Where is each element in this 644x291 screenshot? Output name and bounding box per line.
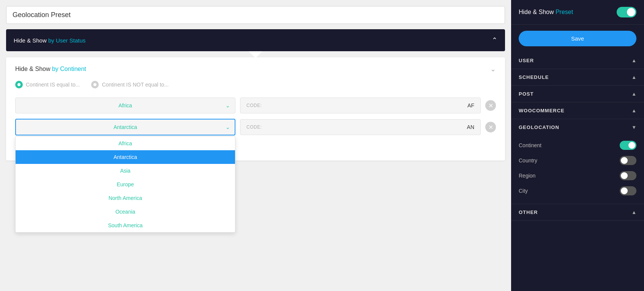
- geo-city-label: City: [519, 188, 528, 194]
- sidebar-section-schedule-header[interactable]: SCHEDULE ▲: [511, 69, 644, 85]
- continent-highlight: by Continent: [52, 66, 86, 72]
- remove-btn-1[interactable]: ✕: [485, 100, 496, 111]
- sidebar-title: Hide & Show Preset: [519, 9, 573, 16]
- other-section-label: OTHER: [519, 209, 538, 215]
- code-label-2: CODE:: [246, 124, 262, 130]
- geo-items: Continent Country Region: [511, 135, 644, 204]
- code-value-1: AF: [267, 102, 474, 109]
- dropdown-item-europe[interactable]: Europe: [16, 178, 235, 191]
- radio-is-not-dot: [91, 81, 99, 88]
- woocommerce-section-label: WOOCOMMERCE: [519, 108, 565, 113]
- sidebar-section-other: OTHER ▲: [511, 204, 644, 221]
- code-display-1: CODE: AF: [240, 98, 481, 113]
- user-status-bar[interactable]: Hide & Show by User Status ⌃: [6, 29, 505, 51]
- geo-item-city: City: [519, 183, 636, 198]
- continent-select-wrapper-2: Africa Antarctica Asia Europe North Amer…: [15, 119, 235, 135]
- user-status-highlight: by User Status: [48, 37, 85, 44]
- sidebar-section-post: POST ▲: [511, 86, 644, 102]
- geo-region-thumb: [621, 172, 628, 179]
- schedule-section-label: SCHEDULE: [519, 74, 549, 80]
- dropdown-item-oceania[interactable]: Oceania: [16, 205, 235, 219]
- continent-header: Hide & Show by Continent ⌄: [15, 65, 496, 73]
- geo-item-continent: Continent: [519, 138, 636, 153]
- sidebar-section-woocommerce-header[interactable]: WOOCOMMERCE ▲: [511, 102, 644, 119]
- sidebar-section-schedule: SCHEDULE ▲: [511, 69, 644, 86]
- geo-item-country: Country: [519, 153, 636, 168]
- continent-chevron-icon[interactable]: ⌄: [490, 65, 496, 73]
- radio-is-not-equal[interactable]: Continent IS NOT equal to...: [91, 81, 169, 88]
- preset-toggle[interactable]: [617, 7, 636, 17]
- geolocation-section-label: GEOLOCATION: [519, 124, 559, 130]
- geo-country-label: Country: [519, 157, 537, 164]
- preset-toggle-thumb: [627, 8, 635, 16]
- user-section-label: USER: [519, 58, 534, 63]
- continent-section: Hide & Show by Continent ⌄ Continent IS …: [6, 57, 505, 160]
- sidebar-section-user-header[interactable]: USER ▲: [511, 52, 644, 69]
- geo-city-thumb: [621, 187, 628, 194]
- sidebar-section-geolocation: GEOLOCATION ▼ Continent Country: [511, 119, 644, 204]
- sidebar-section-other-header[interactable]: OTHER ▲: [511, 204, 644, 220]
- dropdown-item-antarctica[interactable]: Antarctica: [16, 150, 235, 164]
- post-chevron-icon: ▲: [631, 91, 636, 97]
- sidebar-header: Hide & Show Preset: [511, 0, 644, 25]
- geo-continent-label: Continent: [519, 142, 541, 148]
- save-button[interactable]: Save: [519, 31, 636, 46]
- sidebar-section-post-header[interactable]: POST ▲: [511, 86, 644, 102]
- geo-country-toggle[interactable]: [620, 156, 636, 165]
- main-content: Hide & Show by User Status ⌃ Hide & Show…: [0, 0, 511, 291]
- section-pointer: [249, 51, 262, 58]
- other-chevron-icon: ▲: [631, 209, 636, 215]
- continent-row-2: Africa Antarctica Asia Europe North Amer…: [15, 119, 496, 135]
- geo-continent-thumb: [628, 142, 635, 149]
- geolocation-chevron-icon: ▼: [631, 124, 636, 130]
- continent-select-1[interactable]: Africa Antarctica Asia Europe North Amer…: [15, 98, 235, 113]
- continent-row-1: Africa Antarctica Asia Europe North Amer…: [15, 98, 496, 113]
- code-display-2: CODE: AN: [240, 119, 481, 135]
- geo-country-thumb: [621, 157, 628, 164]
- dropdown-item-asia[interactable]: Asia: [16, 164, 235, 178]
- woocommerce-chevron-icon: ▲: [631, 108, 636, 113]
- dropdown-item-africa[interactable]: Africa: [16, 137, 235, 150]
- radio-is-dot: [15, 81, 23, 88]
- continent-dropdown-list: Africa Antarctica Asia Europe North Amer…: [15, 136, 235, 233]
- continent-title: Hide & Show by Continent: [15, 66, 86, 72]
- user-status-chevron-icon: ⌃: [492, 36, 497, 44]
- dropdown-item-north-america[interactable]: North America: [16, 191, 235, 205]
- sidebar-title-highlight: Preset: [556, 9, 573, 15]
- right-sidebar: Hide & Show Preset Save USER ▲ SCHEDULE …: [511, 0, 644, 291]
- user-status-label: Hide & Show by User Status: [14, 37, 85, 44]
- radio-is-equal[interactable]: Continent IS equal to...: [15, 81, 80, 88]
- continent-select-2[interactable]: Africa Antarctica Asia Europe North Amer…: [15, 119, 235, 135]
- geo-region-label: Region: [519, 173, 535, 179]
- dropdown-item-south-america[interactable]: South America: [16, 219, 235, 232]
- sidebar-section-geolocation-header[interactable]: GEOLOCATION ▼: [511, 119, 644, 135]
- schedule-chevron-icon: ▲: [631, 74, 636, 80]
- geo-region-toggle[interactable]: [620, 171, 636, 180]
- geo-continent-toggle[interactable]: [620, 141, 636, 150]
- code-value-2: AN: [267, 124, 474, 130]
- radio-is-label: Continent IS equal to...: [26, 82, 80, 88]
- radio-options: Continent IS equal to... Continent IS NO…: [15, 81, 496, 88]
- sidebar-section-user: USER ▲: [511, 52, 644, 69]
- geo-item-region: Region: [519, 168, 636, 183]
- preset-title-input[interactable]: [6, 6, 505, 24]
- radio-is-not-label: Continent IS NOT equal to...: [102, 82, 169, 88]
- sidebar-section-woocommerce: WOOCOMMERCE ▲: [511, 102, 644, 119]
- post-section-label: POST: [519, 91, 534, 97]
- code-label-1: CODE:: [246, 103, 262, 108]
- continent-select-wrapper-1: Africa Antarctica Asia Europe North Amer…: [15, 98, 235, 113]
- geo-city-toggle[interactable]: [620, 186, 636, 195]
- user-chevron-icon: ▲: [631, 58, 636, 63]
- remove-btn-2[interactable]: ✕: [485, 122, 496, 132]
